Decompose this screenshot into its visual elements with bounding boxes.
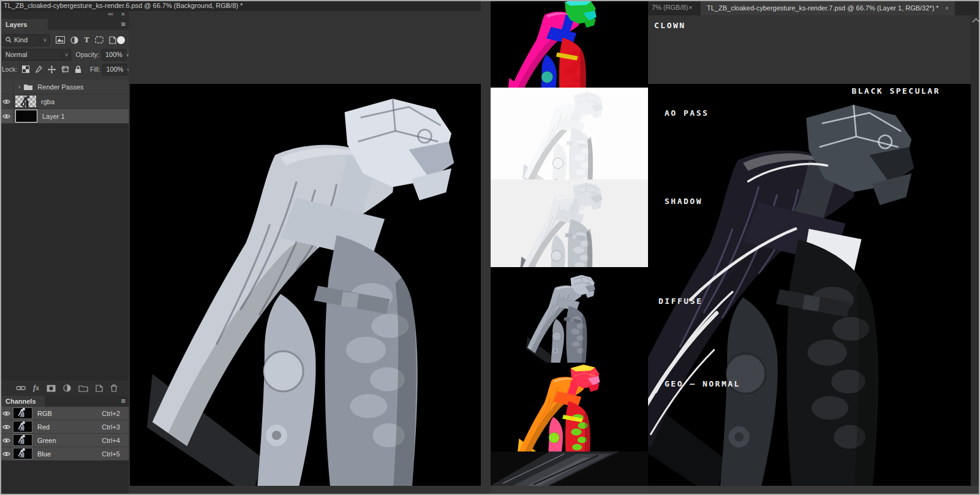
filter-kind-select[interactable]: Kind ∨ <box>2 34 50 46</box>
grey-clay-render <box>130 84 481 486</box>
left-document-tab[interactable]: TL_ZB_cloaked-cybergesture_ks-render.6.p… <box>4 2 243 9</box>
channels-empty-area <box>0 461 129 495</box>
black-specular-render <box>648 84 971 486</box>
adjustment-layer-icon[interactable] <box>63 384 71 392</box>
render-pass-geo-normal <box>491 363 648 452</box>
opacity-label: Opacity: <box>75 51 99 58</box>
opacity-value: 100% <box>105 51 123 58</box>
layer-effects-icon[interactable]: fx <box>33 384 39 393</box>
layers-empty-area <box>0 124 129 380</box>
channel-row[interactable]: Blue Ctrl+5 <box>0 447 129 461</box>
render-pass-clown <box>491 0 648 88</box>
channel-thumbnail <box>13 434 32 446</box>
canvas-left[interactable] <box>130 84 481 486</box>
lock-label: Lock: <box>2 66 17 73</box>
right-tab-close-icon[interactable]: × <box>945 4 949 12</box>
fill-select[interactable]: 100% ∨ <box>102 64 127 75</box>
right-partial-tab-close-icon[interactable]: × <box>688 4 692 11</box>
panel-minibar: «« × <box>0 11 129 19</box>
close-panel-icon[interactable]: × <box>121 10 125 18</box>
label-clown: CLOWN <box>654 21 686 30</box>
disclosure-triangle-icon[interactable]: › <box>18 83 20 90</box>
tab-channels[interactable]: Channels <box>0 396 45 407</box>
layer-row-selected[interactable]: Layer 1 <box>0 109 129 124</box>
left-tab-close-icon[interactable]: × <box>225 2 229 9</box>
layer-row-group[interactable]: › Render Passes <box>0 80 129 94</box>
visibility-toggle[interactable] <box>0 109 13 123</box>
layer-name: rgba <box>41 98 55 105</box>
new-layer-icon[interactable] <box>96 385 103 392</box>
right-partial-tab[interactable]: 7% (RGB/8) <box>652 4 688 11</box>
folder-icon <box>23 83 33 91</box>
layer-mask-icon[interactable] <box>47 385 56 392</box>
opacity-select[interactable]: 100% ∨ <box>102 49 127 61</box>
filter-kind-label: Kind <box>14 36 28 43</box>
right-active-tab[interactable]: TL_ZB_cloaked-cybergesture_ks-render.7.p… <box>701 0 955 15</box>
lock-artboard-icon[interactable] <box>61 66 69 73</box>
visibility-toggle[interactable] <box>0 420 13 433</box>
filter-pixel-icon[interactable] <box>56 36 65 43</box>
fill-label: Fill: <box>90 66 100 73</box>
channel-row[interactable]: RGB Ctrl+2 <box>0 407 129 420</box>
render-pass-ao <box>491 88 648 179</box>
passes-window-bottom <box>491 486 648 495</box>
label-ao-pass: AO PASS <box>665 108 709 118</box>
render-pass-diffuse <box>491 267 648 363</box>
channel-name: Green <box>37 437 56 444</box>
filter-smart-object-icon[interactable] <box>109 36 116 44</box>
chevron-down-icon: ∨ <box>40 35 49 45</box>
channel-name: Blue <box>37 450 51 458</box>
label-shadow: SHADOW <box>665 197 703 206</box>
filter-type-icon[interactable]: T <box>84 35 89 45</box>
label-geo-normal: GEO – NORMAL <box>665 379 741 388</box>
visibility-toggle[interactable] <box>0 94 13 108</box>
layer-row[interactable]: rgba <box>0 94 129 109</box>
filter-toggle-dot-icon <box>116 36 126 45</box>
channel-thumbnail <box>13 448 32 459</box>
channel-shortcut: Ctrl+5 <box>102 450 120 458</box>
delete-layer-trash-icon[interactable] <box>110 384 118 392</box>
visibility-toggle[interactable] <box>0 447 13 460</box>
link-layers-icon[interactable] <box>16 385 26 391</box>
layer-thumbnail[interactable] <box>15 110 37 123</box>
render-pass-specular-strip <box>491 452 648 486</box>
lock-pixels-brush-icon[interactable] <box>35 66 42 74</box>
panel-dock: «« × Layers ≡ Kind ∨ <box>0 11 129 495</box>
layer-thumbnail[interactable] <box>15 96 36 107</box>
layers-panel-menu-icon[interactable]: ≡ <box>121 20 126 29</box>
visibility-toggle[interactable] <box>0 407 13 420</box>
canvas-right[interactable]: BLACK SPECULAR AO PASS SHADOW DIFFUSE GE… <box>648 84 971 486</box>
visibility-toggle[interactable] <box>0 80 13 94</box>
scroll-up-icon[interactable] <box>972 18 980 26</box>
right-document-bottom-strip <box>648 486 980 495</box>
filter-adjustment-icon[interactable] <box>70 36 78 44</box>
new-group-folder-icon[interactable] <box>78 385 88 392</box>
channels-list: RGB Ctrl+2 Red Ctrl+3 Green Ctrl+4 Blue … <box>0 407 129 461</box>
lock-position-move-icon[interactable] <box>48 66 56 74</box>
collapse-panel-icon[interactable]: «« <box>108 11 113 17</box>
vertical-scrollbar[interactable] <box>971 15 980 486</box>
tab-layers[interactable]: Layers <box>0 19 48 30</box>
filter-toggle[interactable] <box>116 36 126 45</box>
channels-panel-menu-icon[interactable]: ≡ <box>121 396 126 406</box>
layer-name: Render Passes <box>37 83 83 91</box>
lock-all-padlock-icon[interactable] <box>75 66 81 74</box>
passes-window-edge <box>481 0 491 495</box>
lock-transparency-icon[interactable] <box>22 66 29 73</box>
layers-list: › Render Passes rgba La <box>0 80 129 124</box>
channel-thumbnail <box>13 407 32 419</box>
label-black-specular: BLACK SPECULAR <box>851 86 940 96</box>
channel-row[interactable]: Green Ctrl+4 <box>0 434 129 447</box>
visibility-toggle[interactable] <box>0 434 13 447</box>
blend-mode-select[interactable]: Normal ∨ <box>2 49 71 61</box>
layers-panel-tabs: Layers ≡ <box>0 19 129 30</box>
channel-shortcut: Ctrl+2 <box>102 410 120 417</box>
render-passes-window[interactable] <box>481 0 648 495</box>
channel-shortcut: Ctrl+4 <box>102 437 120 444</box>
fill-value: 100% <box>106 66 123 73</box>
filter-shape-icon[interactable] <box>95 36 104 43</box>
blend-mode-value: Normal <box>6 51 27 58</box>
channel-shortcut: Ctrl+3 <box>102 423 120 431</box>
channel-row[interactable]: Red Ctrl+3 <box>0 420 129 434</box>
search-icon <box>6 37 12 43</box>
